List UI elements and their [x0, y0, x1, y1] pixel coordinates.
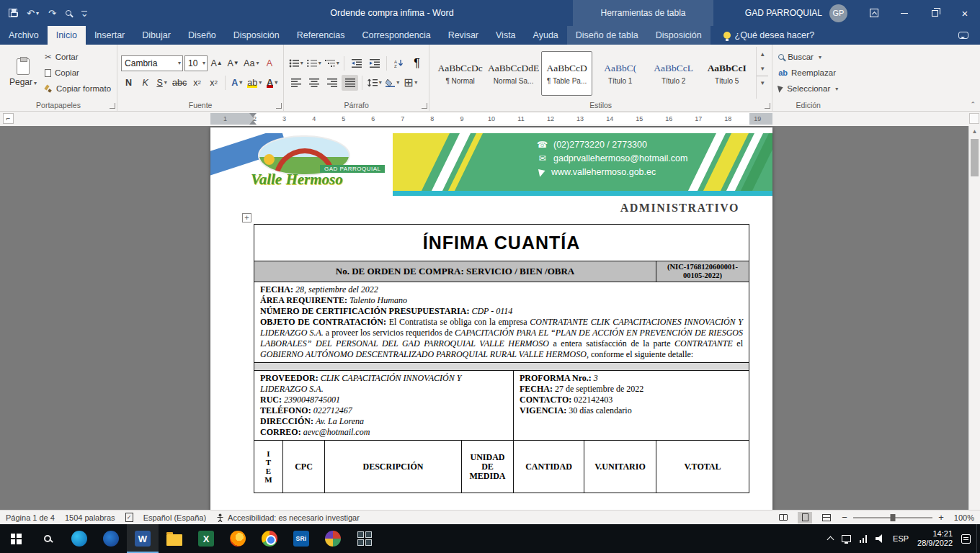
taskbar-firefox[interactable]	[222, 524, 254, 553]
styles-scroll-down-icon[interactable]: ▼	[757, 61, 768, 76]
numbering-button[interactable]	[306, 55, 322, 71]
increase-indent-button[interactable]	[366, 55, 383, 71]
taskbar-sri[interactable]: SRi	[285, 524, 317, 553]
font-family-combo[interactable]: ▾	[121, 55, 183, 71]
collapse-ribbon-icon[interactable]: ⌃	[970, 101, 976, 108]
shading-button[interactable]	[384, 75, 401, 91]
close-button[interactable]: ×	[950, 0, 980, 26]
scroll-up-icon[interactable]: ▲	[969, 126, 980, 137]
order-table[interactable]: ÍNFIMA CUANTÍA No. DE ORDEN DE COMPRA: S…	[254, 224, 749, 493]
page-indicator[interactable]: Página 1 de 4	[6, 513, 55, 522]
find-button[interactable]: Buscar	[776, 50, 840, 64]
zoom-slider-thumb[interactable]	[891, 514, 896, 521]
line-spacing-button[interactable]	[366, 75, 383, 91]
style-normal[interactable]: AaBbCcDc¶ Normal	[435, 51, 486, 96]
multilevel-list-button[interactable]	[324, 55, 340, 71]
customize-quick-access-icon[interactable]: ⌄	[81, 11, 89, 15]
show-desktop-button[interactable]	[976, 524, 980, 553]
superscript-button[interactable]: x2	[206, 75, 221, 91]
undo-icon[interactable]: ↶▾	[27, 8, 39, 19]
tab-disposicion-tabla[interactable]: Disposición	[647, 26, 710, 45]
italic-button[interactable]: K	[138, 75, 153, 91]
sort-button[interactable]: AZ	[391, 55, 407, 71]
font-dialog-launcher-icon[interactable]	[276, 103, 282, 109]
styles-dialog-launcher-icon[interactable]	[765, 103, 770, 109]
horizontal-ruler[interactable]: 12345678910111213141516171819	[210, 113, 772, 125]
underline-button[interactable]: S	[154, 75, 169, 91]
font-size-input[interactable]	[185, 58, 202, 68]
taskbar-file-explorer[interactable]	[159, 524, 190, 553]
tab-referencias[interactable]: Referencias	[288, 26, 354, 45]
minimize-button[interactable]	[889, 0, 919, 26]
ribbon-display-options-icon[interactable]	[859, 0, 889, 26]
tab-insertar[interactable]: Insertar	[86, 26, 133, 45]
replace-button[interactable]: abReemplazar	[776, 66, 840, 80]
grow-font-button[interactable]: A▲	[209, 55, 224, 71]
tab-inicio[interactable]: Inicio	[48, 26, 86, 45]
zoom-in-button[interactable]: +	[937, 512, 945, 523]
comments-icon[interactable]	[958, 26, 968, 45]
align-left-button[interactable]	[288, 75, 304, 91]
tab-vista[interactable]: Vista	[487, 26, 525, 45]
tell-me-search[interactable]: ¿Qué desea hacer?	[723, 26, 815, 45]
web-layout-button[interactable]	[819, 512, 834, 523]
action-center-icon[interactable]	[961, 534, 971, 544]
vertical-scrollbar[interactable]: ▲	[968, 126, 980, 510]
font-color-button[interactable]: A	[264, 75, 280, 91]
strikethrough-button[interactable]: abc	[171, 75, 188, 91]
style-titulo-5[interactable]: AaBbCcITítulo 5	[701, 51, 752, 96]
read-mode-button[interactable]	[776, 512, 790, 523]
text-effects-button[interactable]: A	[229, 75, 244, 91]
tab-disposicion[interactable]: Disposición	[225, 26, 288, 45]
network-tray-icon[interactable]	[860, 535, 868, 543]
style-table-paragraph[interactable]: AaBbCcD¶ Table Pa...	[541, 51, 592, 96]
bold-button[interactable]: N	[121, 75, 136, 91]
font-size-combo[interactable]: ▾	[184, 55, 208, 71]
taskbar-clock[interactable]: 14:21 28/9/2022	[917, 529, 953, 548]
paragraph-dialog-launcher-icon[interactable]	[422, 103, 427, 109]
styles-more-icon[interactable]: ▼	[757, 76, 768, 90]
align-right-button[interactable]	[324, 75, 340, 91]
taskbar-search-button[interactable]	[32, 524, 63, 553]
taskbar-edge[interactable]	[63, 524, 95, 553]
save-icon[interactable]	[9, 9, 17, 17]
justify-button[interactable]	[342, 75, 358, 91]
copy-button[interactable]: Copiar	[43, 66, 113, 80]
taskbar-app-colorful[interactable]	[317, 524, 349, 553]
tab-dibujar[interactable]: Dibujar	[133, 26, 179, 45]
select-button[interactable]: Seleccionar	[776, 81, 840, 96]
zoom-slider[interactable]	[853, 517, 932, 518]
font-family-input[interactable]	[122, 58, 178, 68]
document-page[interactable]: Valle Hermoso GAD PARROQUIAL ☎(02)277322…	[210, 127, 772, 510]
proofing-icon[interactable]	[125, 513, 133, 522]
bullets-button[interactable]	[288, 55, 304, 71]
tab-revisar[interactable]: Revisar	[440, 26, 487, 45]
tab-diseno-de-tabla[interactable]: Diseño de tabla	[567, 26, 647, 45]
taskbar-chrome[interactable]	[254, 524, 285, 553]
style-titulo-1[interactable]: AaBbC(Título 1	[594, 51, 646, 96]
style-normal-sa[interactable]: AaBbCcDdENormal Sa...	[488, 51, 539, 96]
taskbar-excel[interactable]: X	[190, 524, 222, 553]
display-tray-icon[interactable]	[842, 535, 851, 542]
zoom-percentage[interactable]: 100%	[950, 513, 974, 522]
restore-button[interactable]	[919, 0, 950, 26]
styles-scroll-up-icon[interactable]: ▲	[757, 47, 768, 61]
keyboard-language[interactable]: ESP	[893, 534, 909, 543]
highlight-color-button[interactable]: ab	[246, 75, 263, 91]
decrease-indent-button[interactable]	[348, 55, 365, 71]
show-hidden-icons-chevron[interactable]	[827, 536, 834, 544]
table-move-handle-icon[interactable]	[242, 213, 251, 222]
paste-button[interactable]: Pegar	[4, 47, 43, 99]
subscript-button[interactable]: x2	[190, 75, 205, 91]
accessibility-status[interactable]: Accesibilidad: es necesario investigar	[216, 513, 360, 522]
redo-icon[interactable]: ↷	[48, 8, 56, 19]
print-layout-button[interactable]	[798, 512, 812, 523]
show-paragraph-marks-button[interactable]: ¶	[409, 55, 425, 71]
zoom-out-button[interactable]: −	[841, 512, 848, 523]
align-center-button[interactable]	[306, 75, 322, 91]
scrollbar-thumb[interactable]	[971, 139, 979, 176]
word-count[interactable]: 1504 palabras	[65, 513, 115, 522]
taskbar-word[interactable]: W	[127, 524, 159, 553]
clipboard-dialog-launcher-icon[interactable]	[110, 103, 115, 109]
clear-formatting-button[interactable]: A	[262, 55, 277, 71]
